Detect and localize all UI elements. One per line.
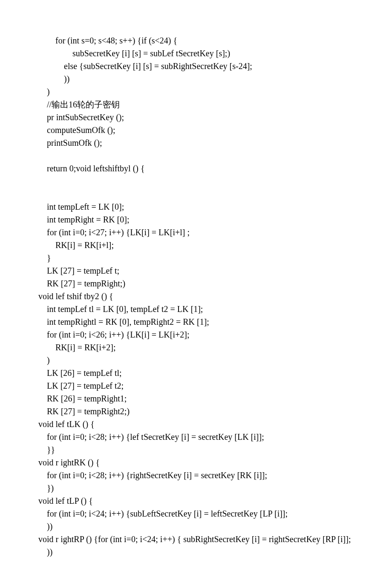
code-line: void lef tLK () { (38, 418, 362, 430)
code-line: RK [27] = tempRight2;) (38, 405, 362, 418)
code-line: for (int i=0; i<24; i++) {subLeftSecretK… (38, 507, 362, 520)
code-line: }} (38, 443, 362, 456)
code-line: RK[i] = RK[i+l]; (38, 239, 362, 251)
code-line: ) (38, 85, 362, 98)
code-line: )) (38, 520, 362, 533)
code-line: for (int i=0; i<28; i++) {lef tSecretKey… (38, 430, 362, 443)
code-line: )) (38, 72, 362, 85)
code-line: ) (38, 354, 362, 367)
code-line: void lef tLP () { (38, 494, 362, 507)
code-block: for (int s=0; s<48; s++) {if (s<24) { su… (38, 34, 362, 558)
code-line: } (38, 251, 362, 264)
code-line: for (int i=0; i<27; i++) {LK[i] = LK[i+l… (38, 226, 362, 239)
document-page: for (int s=0; s<48; s++) {if (s<24) { su… (0, 0, 392, 586)
code-line (38, 175, 362, 188)
code-line: subSecretKey [i] [s] = subLef tSecretKey… (38, 47, 362, 60)
code-line: RK [27] = tempRight;) (38, 277, 362, 290)
code-line: LK [27] = tempLef t2; (38, 379, 362, 392)
code-line: pr intSubSecretKey (); (38, 111, 362, 124)
code-line: for (int i=0; i<28; i++) {rightSecretKey… (38, 469, 362, 482)
code-line (38, 188, 362, 200)
code-line: for (int i=0; i<26; i++) {LK[i] = LK[i+2… (38, 328, 362, 341)
code-line: LK [27] = tempLef t; (38, 264, 362, 277)
code-line: void r ightRK () { (38, 456, 362, 469)
code-line: printSumOfk (); (38, 136, 362, 149)
code-line: RK[i] = RK[i+2]; (38, 341, 362, 354)
code-line: int tempLef tl = LK [0], tempLef t2 = LK… (38, 303, 362, 315)
code-line: int tempRight = RK [0]; (38, 213, 362, 226)
code-line: void r ightRP () {for (int i=0; i<24; i+… (38, 533, 362, 546)
code-line: computeSumOfk (); (38, 124, 362, 136)
code-line: RK [26] = tempRight1; (38, 392, 362, 405)
code-line: int tempLeft = LK [0]; (38, 200, 362, 213)
code-line: else {subSecretKey [i] [s] = subRightSec… (38, 60, 362, 72)
code-line: void lef tshif tby2 () { (38, 290, 362, 303)
code-line: for (int s=0; s<48; s++) {if (s<24) { (38, 34, 362, 47)
code-line (38, 149, 362, 162)
code-line: //输出16轮的子密钥 (38, 98, 362, 111)
code-line: int tempRightl = RK [0], tempRight2 = RK… (38, 315, 362, 328)
code-line: return 0;void leftshiftbyl () { (38, 162, 362, 175)
code-line: LK [26] = tempLef tl; (38, 367, 362, 379)
code-line: }) (38, 482, 362, 494)
code-line: )) (38, 546, 362, 558)
